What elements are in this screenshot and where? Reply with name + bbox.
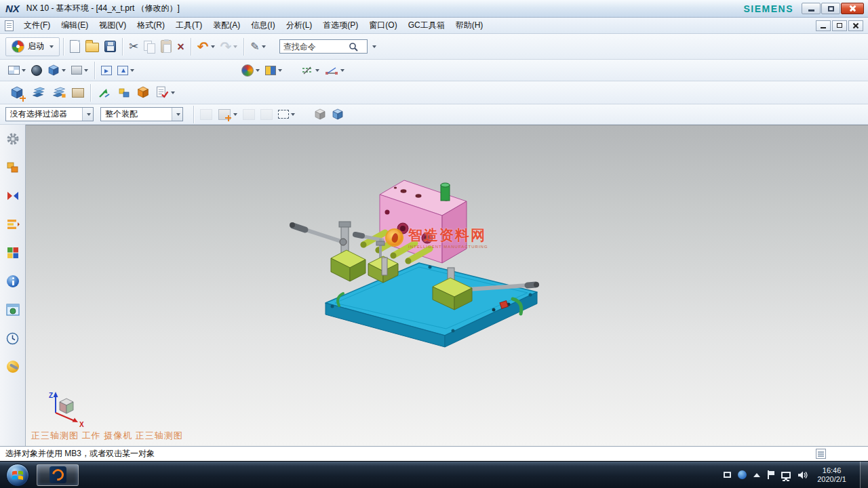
viewport-3d[interactable]: 智造资料网 INTELLIGENT MANUFACTURING Z X 正三轴测… xyxy=(26,125,868,446)
maximize-button[interactable] xyxy=(821,3,840,14)
snap-endpoint-button[interactable] xyxy=(322,64,347,77)
move-object-button[interactable] xyxy=(239,63,262,78)
menu-assemblies[interactable]: 装配(A) xyxy=(208,18,245,33)
close-button[interactable] xyxy=(841,3,864,14)
new-file-button[interactable] xyxy=(67,39,83,54)
menubar: 文件(F) 编辑(E) 视图(V) 格式(R) 工具(T) 装配(A) 信息(I… xyxy=(0,18,868,34)
menu-view[interactable]: 视图(V) xyxy=(94,18,132,33)
menu-file[interactable]: 文件(F) xyxy=(18,18,56,33)
network-icon[interactable] xyxy=(781,472,791,479)
hide-selection-button[interactable] xyxy=(258,108,275,121)
pattern-component-button[interactable] xyxy=(49,85,69,100)
resource-options-button[interactable] xyxy=(4,130,22,148)
paste-button[interactable] xyxy=(158,39,174,54)
new-file-icon xyxy=(70,40,80,53)
dropdown-arrow-icon xyxy=(176,113,180,116)
web-browser-button[interactable] xyxy=(4,301,22,319)
process-studio-button[interactable] xyxy=(4,358,22,375)
combo-arrow-button[interactable] xyxy=(82,108,93,121)
show-desktop-button[interactable] xyxy=(860,462,868,488)
volume-icon[interactable] xyxy=(797,470,808,480)
background-swatch-icon xyxy=(71,66,82,75)
document-menu-icon[interactable] xyxy=(5,20,14,31)
rotate-view-button[interactable] xyxy=(115,64,137,77)
start-menu-button[interactable]: 启动 xyxy=(5,37,60,56)
pick-top-button[interactable] xyxy=(240,108,258,121)
menu-gc-toolbox[interactable]: GC工具箱 xyxy=(403,18,450,33)
snap-point-settings-button[interactable] xyxy=(262,64,285,77)
repeat-command-button[interactable]: ✎ xyxy=(248,40,268,54)
constraint-navigator-button[interactable] xyxy=(4,187,22,205)
part-navigator-button[interactable] xyxy=(4,216,22,233)
mdi-restore-button[interactable] xyxy=(832,20,847,31)
dropdown-arrow-icon xyxy=(130,69,134,72)
point-constructor-button[interactable] xyxy=(215,106,240,123)
mdi-close-button[interactable] xyxy=(848,20,863,31)
history-button[interactable] xyxy=(4,329,22,347)
snap-point-toggle-button[interactable] xyxy=(197,108,215,121)
tray-app-icon[interactable] xyxy=(724,472,731,478)
reuse-library-button[interactable] xyxy=(4,244,22,262)
wireframe-display-toggle[interactable] xyxy=(329,107,347,122)
cue-line: 选择对象并使用 MB3，或者双击某一对象 xyxy=(0,446,868,461)
component-properties-button[interactable] xyxy=(69,87,87,99)
menu-edit[interactable]: 编辑(E) xyxy=(56,18,94,33)
taskbar-nx-app-button[interactable] xyxy=(37,464,79,486)
mdi-minimize-button[interactable] xyxy=(816,20,831,31)
interference-check-button[interactable] xyxy=(153,85,178,100)
redo-button[interactable]: ↷ xyxy=(218,39,241,55)
show-hidden-icons-button[interactable] xyxy=(753,473,760,477)
cad-model-canvas[interactable] xyxy=(26,125,868,446)
menu-tools[interactable]: 工具(T) xyxy=(170,18,208,33)
enable-snap-point-button[interactable] xyxy=(298,64,322,77)
menu-help[interactable]: 帮助(H) xyxy=(450,18,489,33)
dropdown-arrow-icon[interactable] xyxy=(211,45,215,48)
selection-filter-dropdown[interactable]: 没有选择过滤器 xyxy=(5,107,94,121)
command-finder-options-button[interactable] xyxy=(368,44,379,49)
menu-preferences[interactable]: 首选项(P) xyxy=(317,18,363,33)
display-style-button[interactable] xyxy=(45,63,68,78)
explode-assembly-button[interactable] xyxy=(134,85,153,100)
command-finder-input[interactable] xyxy=(283,42,349,52)
shaded-display-toggle[interactable] xyxy=(311,107,329,122)
dropdown-arrow-icon[interactable] xyxy=(233,45,237,48)
add-component-button[interactable] xyxy=(5,83,28,103)
hd3d-tools-button[interactable] xyxy=(4,272,22,290)
cut-button[interactable]: ✂ xyxy=(126,39,141,54)
rectangle-select-button[interactable] xyxy=(275,108,298,120)
assembly-constraints-button[interactable] xyxy=(115,85,134,100)
search-icon[interactable] xyxy=(349,42,358,52)
pencil-icon: ✎ xyxy=(250,41,259,52)
action-center-icon[interactable] xyxy=(767,470,774,479)
menu-information[interactable]: 信息(I) xyxy=(245,18,280,33)
open-file-button[interactable] xyxy=(83,39,102,54)
status-panel-button[interactable] xyxy=(816,449,826,459)
selection-scope-dropdown[interactable]: 整个装配 xyxy=(100,107,183,121)
copy-button[interactable] xyxy=(141,39,158,54)
model-left-clamp[interactable] xyxy=(290,222,366,281)
dropdown-arrow-icon[interactable] xyxy=(262,45,266,48)
move-component-button[interactable] xyxy=(94,85,115,100)
combo-arrow-button[interactable] xyxy=(172,108,182,121)
save-button[interactable] xyxy=(102,39,119,54)
taskbar-clock[interactable]: 16:46 2020/2/1 xyxy=(817,466,846,484)
menu-window[interactable]: 窗口(O) xyxy=(363,18,402,33)
web-browser-icon xyxy=(6,304,20,316)
new-component-button[interactable] xyxy=(28,85,49,100)
visualization-button[interactable] xyxy=(28,64,45,77)
constraint-icon xyxy=(117,87,131,99)
minimize-button[interactable] xyxy=(802,3,821,14)
undo-button[interactable]: ↶ xyxy=(195,39,218,55)
redo-icon: ↷ xyxy=(220,40,232,54)
view-background-button[interactable] xyxy=(68,64,91,76)
menu-format[interactable]: 格式(R) xyxy=(132,18,170,33)
menu-analysis[interactable]: 分析(L) xyxy=(281,18,318,33)
window-layout-button[interactable] xyxy=(5,64,28,76)
delete-button[interactable]: × xyxy=(174,39,187,54)
start-label: 启动 xyxy=(28,41,44,52)
start-orb-button[interactable] xyxy=(6,464,29,487)
tray-update-icon[interactable] xyxy=(738,470,747,479)
layer-stack-icon xyxy=(31,87,46,98)
assembly-navigator-button[interactable] xyxy=(4,159,22,176)
orient-view-button[interactable] xyxy=(98,64,115,77)
